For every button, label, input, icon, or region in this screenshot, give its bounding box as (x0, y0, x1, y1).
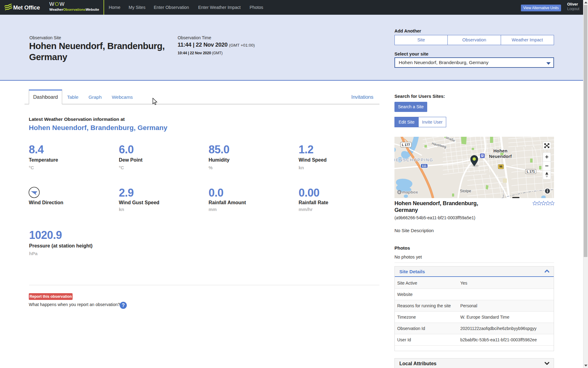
svg-text:Hohen: Hohen (493, 148, 507, 153)
svg-text:111: 111 (422, 164, 427, 168)
svg-text:L 177: L 177 (402, 143, 410, 147)
svg-text:mapbox: mapbox (402, 190, 418, 194)
svg-text:L 171: L 171 (527, 170, 535, 173)
svg-text:Stolpe: Stolpe (460, 189, 471, 193)
svg-text:96: 96 (499, 165, 503, 168)
svg-text:HENSCHÖPPING: HENSCHÖPPING (394, 158, 433, 162)
svg-text:Neuendorf: Neuendorf (489, 154, 512, 159)
